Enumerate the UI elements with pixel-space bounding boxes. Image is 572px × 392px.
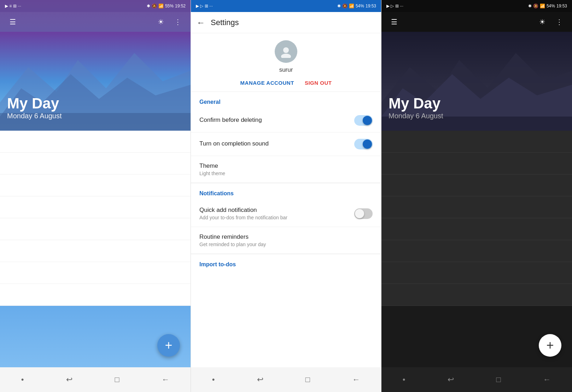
svg-point-5	[281, 54, 291, 58]
confirm-delete-label: Confirm before deleting	[199, 117, 354, 124]
dark-task-line-4	[381, 196, 572, 218]
right-more-icon[interactable]: ⋮	[552, 15, 566, 29]
middle-bottom-nav: • ↩ □ ←	[191, 367, 381, 392]
middle-nav-overview[interactable]: □	[305, 375, 310, 384]
middle-time: 19:53	[366, 4, 376, 8]
left-status-right: ✱ 🔕 📶 55% 19:52	[147, 4, 186, 8]
left-bottom-nav: • ↩ □ ←	[0, 367, 191, 392]
manage-account-button[interactable]: MANAGE ACCOUNT	[240, 80, 294, 86]
left-nav-recent[interactable]: ↩	[66, 375, 72, 384]
task-line-6	[0, 240, 191, 262]
right-brightness-icon[interactable]: ☀	[535, 15, 549, 29]
routine-reminders-label: Routine reminders	[199, 233, 373, 240]
left-battery: 55%	[165, 4, 174, 8]
left-bluetooth-icon: ✱	[147, 4, 150, 8]
theme-desc: Light theme	[199, 171, 373, 176]
middle-status-right: ✱ 🔕 📶 54% 19:53	[337, 4, 376, 8]
routine-reminders-desc: Get reminded to plan your day	[199, 242, 373, 247]
left-wifi-icon: 📶	[158, 4, 164, 8]
right-time: 19:53	[556, 4, 567, 8]
dark-task-line-2	[381, 153, 572, 174]
right-app-subtitle: Monday 6 August	[389, 112, 443, 120]
middle-status-bar: ▶ ▷ ⊞ ··· ✱ 🔕 📶 54% 19:53	[191, 0, 381, 12]
left-status-bar: ▶ ≡ ⊞ ··· ✱ 🔕 📶 55% 19:52	[0, 0, 191, 12]
middle-mute-icon: 🔕	[342, 4, 348, 8]
right-nav-recent[interactable]: ↩	[448, 375, 454, 384]
completion-sound-toggle[interactable]	[354, 139, 373, 149]
dark-task-line-1	[381, 131, 572, 153]
task-line-2	[0, 153, 191, 174]
left-nav-dot: •	[21, 375, 24, 384]
left-more-icon[interactable]: ⋮	[171, 15, 185, 29]
left-panel: ▶ ≡ ⊞ ··· ✱ 🔕 📶 55% 19:52 ☰ ☀ ⋮	[0, 0, 191, 392]
left-status-icons: ▶ ≡ ⊞ ···	[5, 4, 21, 8]
left-app-subtitle: Monday 6 August	[7, 112, 62, 120]
right-bluetooth-icon: ✱	[528, 4, 532, 8]
task-line-7	[0, 262, 191, 284]
left-menu-icon[interactable]: ☰	[6, 15, 20, 29]
routine-reminders-item[interactable]: Routine reminders Get reminded to plan y…	[191, 227, 381, 254]
right-nav-back[interactable]: ←	[543, 375, 551, 384]
middle-nav-recent[interactable]: ↩	[257, 375, 263, 384]
dark-task-line-7	[381, 262, 572, 284]
routine-reminders-text: Routine reminders Get reminded to plan y…	[199, 233, 373, 247]
left-app-title: My Day	[7, 95, 62, 112]
account-actions: MANAGE ACCOUNT SIGN OUT	[199, 80, 373, 86]
task-line-3	[0, 174, 191, 196]
settings-content: surur MANAGE ACCOUNT SIGN OUT General Co…	[191, 33, 381, 392]
confirm-delete-toggle[interactable]	[354, 115, 373, 126]
dark-task-line-5	[381, 218, 572, 240]
right-hero-area: My Day Monday 6 August	[381, 32, 572, 131]
task-line-1	[0, 131, 191, 153]
left-fab-button[interactable]: +	[157, 334, 180, 357]
dark-task-line-8	[381, 284, 572, 306]
task-line-4	[0, 196, 191, 218]
account-name: surur	[199, 66, 373, 73]
import-section-header: Import to-dos	[191, 254, 381, 271]
right-fab-button[interactable]: +	[539, 334, 561, 357]
right-status-icons: ▶ ▷ ⊞ ···	[386, 4, 403, 8]
settings-title: Settings	[211, 18, 239, 27]
right-nav-dot: •	[403, 375, 405, 384]
middle-panel: ▶ ▷ ⊞ ··· ✱ 🔕 📶 54% 19:53 ← Settings sur…	[191, 0, 381, 392]
middle-status-icons: ▶ ▷ ⊞ ···	[196, 4, 213, 8]
quick-add-desc: Add your to-dos from the notification ba…	[199, 215, 354, 220]
right-nav-overview[interactable]: □	[496, 375, 501, 384]
confirm-delete-text: Confirm before deleting	[199, 117, 354, 125]
left-nav-back[interactable]: ←	[162, 375, 169, 384]
quick-add-label: Quick add notification	[199, 207, 354, 214]
confirm-delete-item: Confirm before deleting	[191, 109, 381, 132]
svg-point-4	[283, 47, 289, 53]
theme-text: Theme Light theme	[199, 162, 373, 176]
quick-add-item: Quick add notification Add your to-dos f…	[191, 200, 381, 227]
quick-add-toggle[interactable]	[354, 208, 373, 219]
dark-task-line-6	[381, 240, 572, 262]
avatar	[275, 40, 297, 63]
theme-item[interactable]: Theme Light theme	[191, 156, 381, 183]
middle-nav-dot: •	[212, 375, 215, 384]
completion-sound-label: Turn on completion sound	[199, 140, 354, 147]
middle-wifi-icon: 📶	[349, 4, 354, 8]
right-panel: ▶ ▷ ⊞ ··· ✱ 🔕 📶 54% 19:53 ☰ ☀ ⋮	[381, 0, 572, 392]
completion-sound-text: Turn on completion sound	[199, 140, 354, 148]
right-task-list	[381, 131, 572, 306]
notifications-section-header: Notifications	[191, 183, 381, 200]
left-nav-overview[interactable]: □	[115, 375, 119, 384]
theme-label: Theme	[199, 162, 373, 170]
right-menu-icon[interactable]: ☰	[387, 15, 401, 29]
quick-add-knob	[355, 209, 364, 218]
general-section-header: General	[191, 92, 381, 109]
back-button[interactable]: ←	[197, 18, 205, 28]
dark-task-line-3	[381, 174, 572, 196]
middle-nav-back[interactable]: ←	[352, 375, 360, 384]
left-brightness-icon[interactable]: ☀	[154, 15, 168, 29]
account-section: surur MANAGE ACCOUNT SIGN OUT	[191, 33, 381, 92]
right-bottom-nav: • ↩ □ ←	[381, 367, 572, 392]
quick-add-text: Quick add notification Add your to-dos f…	[199, 207, 354, 220]
left-time: 19:52	[175, 4, 186, 8]
right-app-title: My Day	[389, 95, 443, 112]
settings-header: ← Settings	[191, 12, 381, 33]
task-line-5	[0, 218, 191, 240]
sign-out-button[interactable]: SIGN OUT	[305, 80, 332, 86]
task-line-8	[0, 284, 191, 306]
